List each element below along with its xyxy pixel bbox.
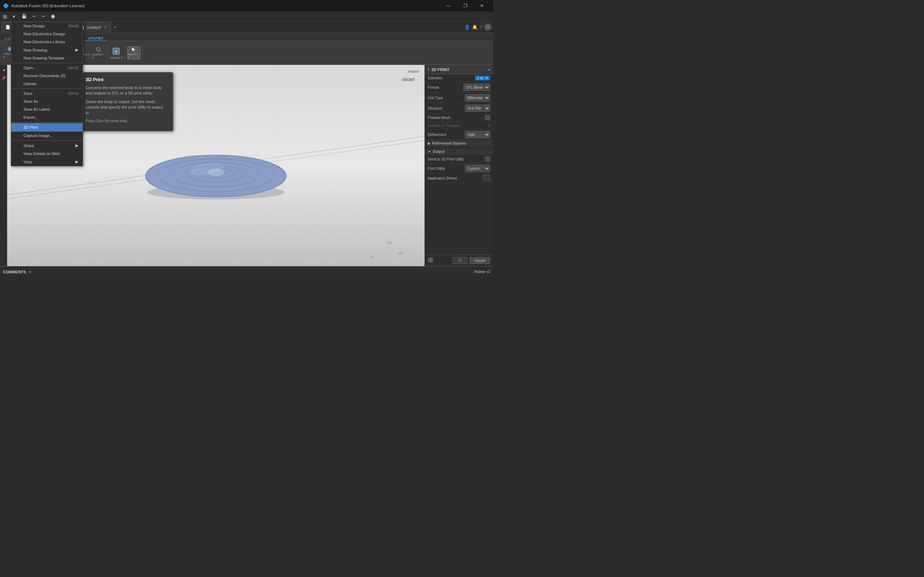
print-utility-select[interactable]: Custom <box>465 165 490 172</box>
select-button[interactable]: SELECT ▾ <box>128 47 141 60</box>
menu-divider-1 <box>11 63 82 63</box>
selection-clear-button[interactable]: ✕ <box>485 76 488 80</box>
menu-item-share[interactable]: Share ▶ <box>11 141 82 150</box>
unit-type-row: Unit Type Millimeter <box>425 93 493 103</box>
scale-label-200: 200 <box>386 241 392 245</box>
structure-label: Structure <box>428 106 464 110</box>
panel-title: 3D PRINT <box>431 68 449 72</box>
sidebar-pin-icon[interactable]: 📌 <box>2 75 6 82</box>
menu-item-new-electronics-library[interactable]: New Electronics Library <box>11 38 82 46</box>
ok-button[interactable]: OK <box>452 257 467 264</box>
menu-item-new-electronics-design[interactable]: New Electronics Design <box>11 30 82 38</box>
structure-row: Structure One File <box>425 103 493 114</box>
num-triangles-value: 0 <box>488 123 490 128</box>
refinement-select[interactable]: High <box>465 131 490 138</box>
ribbon-section-select: SELECT ▾ <box>125 45 143 61</box>
menu-item-save[interactable]: Save Ctrl+S <box>11 89 82 97</box>
app-title: Autodesk Fusion 360 (Education License) <box>11 3 85 8</box>
scale-label-50: 50 <box>370 255 374 259</box>
application-browse-button[interactable] <box>483 175 490 181</box>
maximize-button[interactable]: ❐ <box>457 0 473 11</box>
menu-item-3d-print[interactable]: ✓ 3D Print <box>11 123 82 132</box>
menu-item-view-details[interactable]: View Details on Web <box>11 150 82 158</box>
preview-mesh-row: Preview Mesh ☐ <box>425 114 493 122</box>
notification-icon[interactable]: 🔔 <box>472 24 478 29</box>
close-button[interactable]: ✕ <box>473 0 490 11</box>
bottom-bar: COMMENTS ● frisbee v2 <box>0 266 493 277</box>
unit-type-select[interactable]: Millimeter <box>465 94 490 102</box>
app-menu-icon[interactable]: ⊞ <box>2 13 9 20</box>
file-menu-button[interactable]: ▼ <box>10 13 18 21</box>
app-icon: 🔷 <box>3 3 9 9</box>
panel-footer: i OK Cancel <box>425 255 493 266</box>
comments-toggle-icon[interactable]: ● <box>29 270 31 274</box>
menu-item-save-as-latest[interactable]: Save As Latest <box>11 105 82 113</box>
ribbon-tab-utilities[interactable]: UTILITIES <box>85 36 106 41</box>
minimize-button[interactable]: — <box>440 0 457 11</box>
redo-button[interactable]: ↪ <box>39 13 47 21</box>
view-arrow: ▶ <box>76 160 78 164</box>
file-menu-dropdown: New Design Ctrl+N New Electronics Design… <box>11 22 83 166</box>
selection-label: Selection <box>428 76 473 80</box>
preview-mesh-checkbox[interactable]: ☐ <box>485 115 490 120</box>
selection-badge: 1 sc ✕ <box>475 76 490 81</box>
panel-expand-icon[interactable]: » <box>488 68 490 72</box>
sidebar-collapse-icon[interactable]: ◀ <box>2 66 5 73</box>
ribbon-section-inspect: INSPECT ▾ <box>90 45 108 61</box>
num-triangles-label: Number of Triangles <box>428 124 486 128</box>
output-section-header[interactable]: ▼ Output <box>425 148 493 155</box>
menu-item-new-design[interactable]: New Design Ctrl+N <box>11 22 82 30</box>
scale-label-100: 100 <box>397 252 403 255</box>
menu-item-capture-image[interactable]: Capture Image... <box>11 132 82 140</box>
application-label: Application [None] <box>428 176 481 180</box>
menu-item-export[interactable]: Export... <box>11 113 82 121</box>
menu-item-save-as[interactable]: Save As <box>11 97 82 105</box>
svg-text:FRONT: FRONT <box>402 78 415 82</box>
refinement-options-label: Refinement Options <box>432 141 466 145</box>
help-popup: 3D Print Converts the selected body to a… <box>79 72 173 131</box>
output-arrow: ▼ <box>428 150 431 154</box>
home-button[interactable]: 🏠 <box>48 13 58 21</box>
help-popup-desc1: Converts the selected body to a mesh bod… <box>86 85 167 96</box>
save-quick-button[interactable]: 💾 <box>19 13 29 21</box>
help-popup-desc2: Select the body to output. Set the mesh … <box>86 99 167 116</box>
menu-item-view[interactable]: View ▶ <box>11 158 82 166</box>
send-to-checkbox[interactable]: ✓ <box>485 156 490 161</box>
selection-row: Selection 1 sc ✕ <box>425 74 493 82</box>
menu-item-recover-documents[interactable]: Recover Documents (0) <box>11 72 82 80</box>
menu-item-upload[interactable]: Upload... <box>11 80 82 88</box>
add-tab-button[interactable]: + <box>111 24 119 30</box>
undo-button[interactable]: ↩ <box>30 13 38 21</box>
refinement-label: Refinement <box>428 133 464 137</box>
help-popup-hint: Press Ctrl+/ for more help. <box>86 119 167 124</box>
right-panel-3dprint: ℹ 3D PRINT » Selection 1 sc ✕ Format STL… <box>425 65 493 266</box>
panel-status-icon: ℹ <box>428 67 429 72</box>
new-drawing-arrow: ▶ <box>76 48 78 52</box>
quick-access-toolbar: ⊞ ▼ 💾 ↩ ↪ 🏠 <box>0 11 493 22</box>
info-icon[interactable]: i <box>428 257 433 263</box>
cancel-button[interactable]: Cancel <box>470 257 490 264</box>
structure-select[interactable]: One File <box>465 105 490 112</box>
insert-button[interactable]: + INSERT ▾ <box>110 47 123 60</box>
menu-item-new-drawing[interactable]: New Drawing ▶ <box>11 46 82 54</box>
menu-divider-4 <box>11 140 82 141</box>
application-row: Application [None] <box>425 174 493 183</box>
menu-item-new-drawing-template[interactable]: New Drawing Template <box>11 54 82 62</box>
inspect-button[interactable]: INSPECT ▾ <box>92 47 105 60</box>
format-select[interactable]: STL (Binar <box>464 84 490 91</box>
menu-divider-3 <box>11 122 82 122</box>
help-icon[interactable]: ? <box>480 24 482 29</box>
print-utility-label: Print Utility <box>428 167 464 171</box>
tab-close-untitled2[interactable]: ✕ <box>104 25 107 29</box>
refinement-row: Refinement High <box>425 129 493 140</box>
titlebar: 🔷 Autodesk Fusion 360 (Education License… <box>0 0 493 11</box>
menu-item-open[interactable]: Open... Ctrl+O <box>11 64 82 72</box>
user-badge: HL <box>485 23 492 31</box>
send-to-label: Send to 3D Print Utility <box>428 157 484 161</box>
comments-label: COMMENTS <box>3 270 26 274</box>
send-to-row: Send to 3D Print Utility ✓ <box>425 155 493 163</box>
account-icon[interactable]: 👤 <box>465 24 470 29</box>
refinement-options-header[interactable]: ▶ Refinement Options <box>425 140 493 147</box>
frisbee-model <box>140 136 292 201</box>
num-triangles-row: Number of Triangles 0 <box>425 122 493 129</box>
